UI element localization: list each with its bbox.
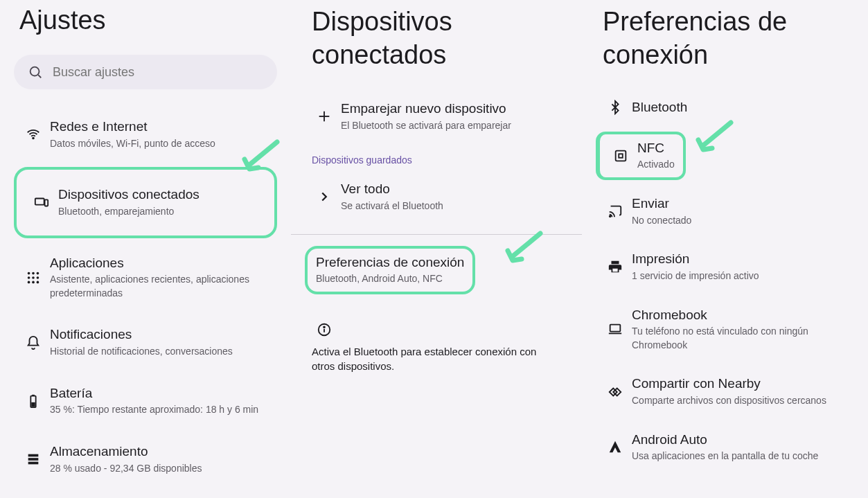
- item-network[interactable]: Redes e Internet Datos móviles, Wi-Fi, p…: [14, 109, 277, 160]
- item-title: Compartir con Nearby: [632, 375, 847, 393]
- svg-rect-18: [28, 458, 39, 461]
- wifi-icon: [21, 127, 46, 142]
- laptop-icon: [603, 321, 628, 337]
- page-title-settings: Ajustes: [19, 6, 277, 35]
- highlight-nfc: NFC Activado: [596, 132, 686, 180]
- search-input[interactable]: [53, 65, 263, 80]
- connection-prefs-panel: Preferencias de conexión Bluetooth NFC A…: [582, 0, 868, 498]
- page-title-prefs: Preferencias de conexión: [603, 6, 854, 71]
- svg-rect-15: [32, 395, 35, 396]
- item-chromebook[interactable]: Chromebook Tu teléfono no está vinculado…: [596, 299, 854, 361]
- item-sub: Usa aplicaciones en la pantalla de tu co…: [632, 450, 847, 463]
- item-battery[interactable]: Batería 35 %: Tiempo restante aproximado…: [14, 375, 277, 427]
- item-sub: Tu teléfono no está vinculado con ningún…: [632, 325, 847, 352]
- bluetooth-icon: [603, 100, 628, 115]
- svg-point-2: [33, 138, 34, 139]
- item-notifications[interactable]: Notificaciones Historial de notificacion…: [14, 317, 277, 368]
- item-see-all[interactable]: Ver todo Se activará el Bluetooth: [305, 171, 568, 222]
- item-sub: Bluetooth, emparejamiento: [58, 205, 262, 219]
- item-android-auto[interactable]: Android Auto Usa aplicaciones en la pant…: [596, 423, 854, 472]
- svg-rect-3: [35, 199, 44, 205]
- item-title: Bluetooth: [632, 99, 847, 116]
- svg-rect-30: [610, 325, 621, 332]
- svg-point-10: [37, 276, 39, 279]
- svg-point-13: [37, 281, 39, 283]
- info-icon: [312, 322, 337, 337]
- settings-panel: Ajustes Redes e Internet Datos móviles, …: [0, 0, 291, 498]
- svg-point-28: [610, 216, 611, 217]
- item-title: Android Auto: [632, 432, 847, 449]
- item-title: Notificaciones: [50, 326, 270, 344]
- svg-point-11: [28, 281, 30, 283]
- item-title: Batería: [50, 385, 270, 402]
- info-row: [305, 315, 568, 344]
- highlight-connected-devices: Dispositivos conectados Bluetooth, empar…: [14, 167, 277, 238]
- svg-rect-29: [612, 269, 617, 272]
- item-sub: Bluetooth, Android Auto, NFC: [316, 272, 464, 286]
- svg-point-6: [32, 272, 35, 274]
- item-title: Emparejar nuevo dispositivo: [341, 100, 561, 118]
- svg-point-24: [324, 326, 325, 328]
- svg-rect-26: [619, 154, 623, 158]
- item-connected-devices[interactable]: Dispositivos conectados Bluetooth, empar…: [22, 177, 269, 228]
- item-storage[interactable]: Almacenamiento 28 % usado - 92,34 GB dis…: [14, 434, 277, 485]
- item-sub: Datos móviles, Wi-Fi, punto de acceso: [50, 137, 270, 151]
- bell-icon: [21, 335, 46, 350]
- item-bluetooth[interactable]: Bluetooth: [596, 91, 854, 125]
- item-title: Ver todo: [341, 181, 561, 198]
- item-title: NFC: [637, 140, 675, 157]
- item-nearby-share[interactable]: Compartir con Nearby Comparte archivos c…: [596, 367, 854, 416]
- svg-rect-17: [28, 454, 39, 457]
- info-text: Activa el Bluetooth para establecer cone…: [305, 344, 568, 373]
- connected-devices-panel: Dispositivos conectados Emparejar nuevo …: [291, 0, 582, 498]
- item-sub: Comparte archivos con dispositivos cerca…: [632, 394, 847, 408]
- item-title: Aplicaciones: [50, 255, 270, 272]
- item-sub: 1 servicio de impresión activo: [632, 269, 847, 283]
- item-connection-prefs[interactable]: Preferencias de conexión Bluetooth, Andr…: [316, 254, 464, 286]
- svg-point-5: [28, 272, 30, 274]
- search-icon: [28, 64, 43, 80]
- svg-rect-27: [610, 206, 621, 215]
- divider: [291, 234, 582, 235]
- item-print[interactable]: Impresión 1 servicio de impresión activo: [596, 242, 854, 291]
- item-cast[interactable]: Enviar No conectado: [596, 187, 854, 235]
- item-pair-new[interactable]: Emparejar nuevo dispositivo El Bluetooth…: [305, 91, 568, 142]
- item-title: Almacenamiento: [50, 443, 270, 461]
- item-nfc[interactable]: NFC Activado: [605, 137, 677, 175]
- item-sub: Se activará el Bluetooth: [341, 199, 561, 213]
- devices-icon: [29, 195, 54, 210]
- svg-point-8: [28, 276, 30, 279]
- page-title-connected: Dispositivos conectados: [312, 6, 568, 71]
- item-title: Impresión: [632, 251, 847, 268]
- item-title: Enviar: [632, 195, 847, 213]
- battery-icon: [21, 393, 46, 409]
- item-apps[interactable]: Aplicaciones Asistente, aplicaciones rec…: [14, 245, 277, 310]
- saved-devices-label: Dispositivos guardados: [312, 154, 568, 166]
- plus-icon: [312, 109, 337, 124]
- android-auto-icon: [603, 440, 628, 455]
- item-title: Preferencias de conexión: [316, 254, 464, 272]
- svg-line-1: [38, 75, 41, 78]
- item-sub: No conectado: [632, 214, 847, 228]
- item-title: Dispositivos conectados: [58, 186, 262, 204]
- svg-point-9: [32, 276, 35, 279]
- arrow-annotation: [502, 230, 544, 265]
- item-title: Redes e Internet: [50, 118, 270, 136]
- item-sub: El Bluetooth se activará para emparejar: [341, 119, 561, 133]
- highlight-connection-prefs: Preferencias de conexión Bluetooth, Andr…: [305, 246, 475, 294]
- cast-icon: [603, 204, 628, 219]
- apps-icon: [21, 270, 46, 285]
- item-sub: Activado: [637, 158, 675, 172]
- nearby-icon: [603, 384, 628, 400]
- svg-rect-16: [31, 402, 35, 407]
- item-sub: 35 %: Tiempo restante aproximado: 18 h y…: [50, 403, 270, 417]
- item-title: Chromebook: [632, 307, 847, 324]
- item-sub: Historial de notificaciones, conversacio…: [50, 345, 270, 359]
- svg-rect-25: [616, 150, 626, 161]
- svg-point-7: [37, 272, 39, 274]
- item-sub: 28 % usado - 92,34 GB disponibles: [50, 462, 270, 476]
- svg-point-0: [30, 67, 39, 76]
- chevron-right-icon: [312, 189, 337, 204]
- storage-icon: [21, 452, 46, 467]
- search-box[interactable]: [14, 55, 277, 89]
